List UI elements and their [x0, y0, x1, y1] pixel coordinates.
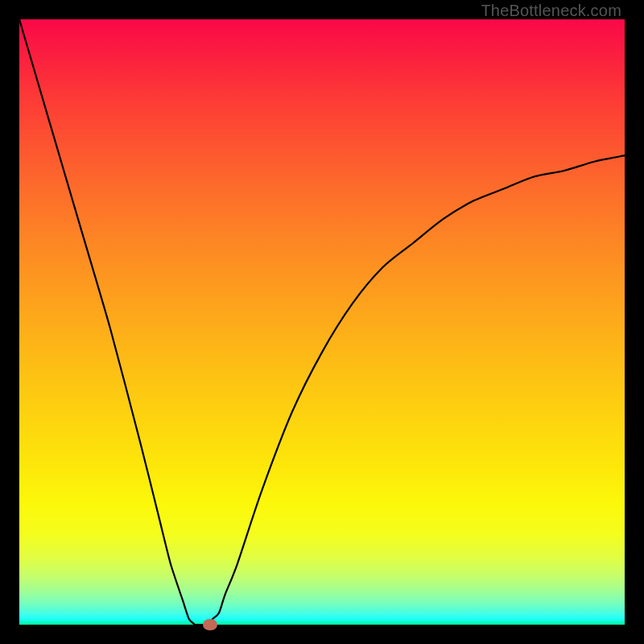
- gradient-background: [19, 19, 625, 625]
- attribution-text: TheBottleneck.com: [481, 2, 621, 20]
- optimal-point-marker: [203, 619, 217, 630]
- chart-frame: TheBottleneck.com: [0, 0, 644, 644]
